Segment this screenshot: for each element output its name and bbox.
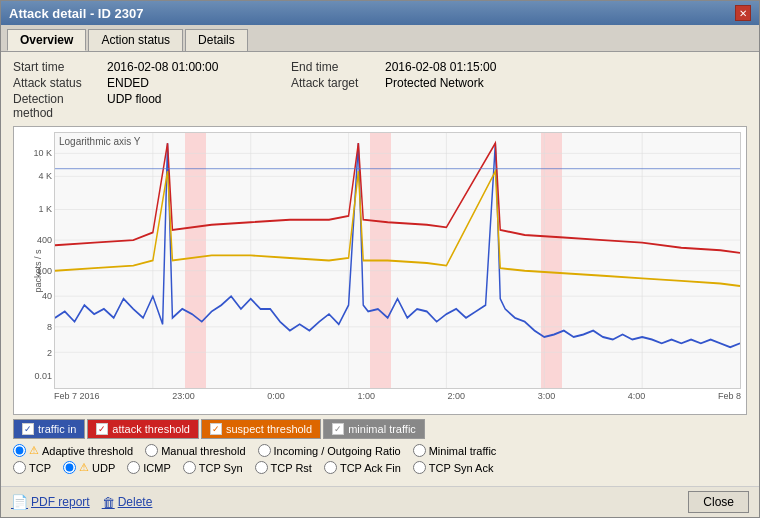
legend-check-traffic-in: ✓ xyxy=(22,423,34,435)
y-axis: 10 K 4 K 1 K 400 100 40 8 2 0.01 xyxy=(14,132,54,389)
y-tick-4k: 4 K xyxy=(38,171,52,181)
delete-icon: 🗑 xyxy=(102,495,115,510)
x-tick-6: 4:00 xyxy=(628,391,646,401)
window-close-button[interactable]: ✕ xyxy=(735,5,751,21)
radio-tcp-rst[interactable]: TCP Rst xyxy=(255,461,312,474)
legend-attack-threshold[interactable]: ✓ attack threshold xyxy=(87,419,199,439)
radio-icmp-input[interactable] xyxy=(127,461,140,474)
incoming-outgoing-label: Incoming / Outgoing Ratio xyxy=(274,445,401,457)
y-tick-400: 400 xyxy=(37,235,52,245)
start-time-value: 2016-02-08 01:00:00 xyxy=(107,60,287,74)
radio-tcp-syn-ack[interactable]: TCP Syn Ack xyxy=(413,461,494,474)
attack-status-label: Attack status xyxy=(13,76,103,90)
radio-tcp-syn-ack-input[interactable] xyxy=(413,461,426,474)
legend-suspect-threshold[interactable]: ✓ suspect threshold xyxy=(201,419,321,439)
attack-target-value: Protected Network xyxy=(385,76,585,90)
pdf-icon: 📄 xyxy=(11,494,28,510)
delete-button[interactable]: 🗑 Delete xyxy=(102,495,153,510)
x-tick-3: 1:00 xyxy=(357,391,375,401)
legend-attack-threshold-label: attack threshold xyxy=(112,423,190,435)
radio-ratio-input[interactable] xyxy=(258,444,271,457)
tcp-label: TCP xyxy=(29,462,51,474)
end-time-label: End time xyxy=(291,60,381,74)
radio-tcp-input[interactable] xyxy=(13,461,26,474)
legend-check-minimal: ✓ xyxy=(332,423,344,435)
y-tick-8: 8 xyxy=(47,322,52,332)
y-tick-100: 100 xyxy=(37,266,52,276)
attack-target-label: Attack target xyxy=(291,76,381,90)
tab-action-status[interactable]: Action status xyxy=(88,29,183,51)
bottom-bar: 📄 PDF report 🗑 Delete Close xyxy=(1,486,759,517)
y-tick-10k: 10 K xyxy=(33,148,52,158)
y-tick-40: 40 xyxy=(42,291,52,301)
udp-label: UDP xyxy=(92,462,115,474)
radio-minimal-input[interactable] xyxy=(413,444,426,457)
radio-adaptive-input[interactable] xyxy=(13,444,26,457)
legend-minimal-traffic[interactable]: ✓ minimal traffic xyxy=(323,419,425,439)
tcp-rst-label: TCP Rst xyxy=(271,462,312,474)
start-time-label: Start time xyxy=(13,60,103,74)
pdf-report-button[interactable]: 📄 PDF report xyxy=(11,494,90,510)
main-content: Start time 2016-02-08 01:00:00 End time … xyxy=(1,52,759,486)
detection-method-label: Detection method xyxy=(13,92,103,120)
radio-incoming-outgoing[interactable]: Incoming / Outgoing Ratio xyxy=(258,444,401,457)
y-tick-1k: 1 K xyxy=(38,204,52,214)
icmp-label: ICMP xyxy=(143,462,171,474)
x-tick-7: Feb 8 xyxy=(718,391,741,401)
radio-tcp-rst-input[interactable] xyxy=(255,461,268,474)
end-time-value: 2016-02-08 01:15:00 xyxy=(385,60,585,74)
x-tick-1: 23:00 xyxy=(172,391,195,401)
tab-details[interactable]: Details xyxy=(185,29,248,51)
chart-svg xyxy=(55,133,740,388)
radio-manual-input[interactable] xyxy=(145,444,158,457)
delete-label: Delete xyxy=(118,495,153,509)
radio-tcp-ack-fin[interactable]: TCP Ack Fin xyxy=(324,461,401,474)
chart-inner: Logarithmic axis Y xyxy=(54,132,741,389)
legend-traffic-in-label: traffic in xyxy=(38,423,76,435)
legend-suspect-threshold-label: suspect threshold xyxy=(226,423,312,435)
warn-icon: ⚠ xyxy=(29,444,39,457)
x-tick-2: 0:00 xyxy=(267,391,285,401)
options-row-1: ⚠ Adaptive threshold Manual threshold In… xyxy=(13,444,747,457)
info-grid: Start time 2016-02-08 01:00:00 End time … xyxy=(13,60,747,120)
x-tick-4: 2:00 xyxy=(448,391,466,401)
detection-method-value: UDP flood xyxy=(107,92,287,120)
manual-threshold-label: Manual threshold xyxy=(161,445,245,457)
legend-check-attack: ✓ xyxy=(96,423,108,435)
attack-status-value: ENDED xyxy=(107,76,287,90)
tcp-syn-label: TCP Syn xyxy=(199,462,243,474)
options-row-2: TCP ⚠ UDP ICMP TCP Syn TCP Rst TCP Ac xyxy=(13,461,747,474)
radio-tcp[interactable]: TCP xyxy=(13,461,51,474)
attack-detail-window: Attack detail - ID 2307 ✕ Overview Actio… xyxy=(0,0,760,518)
x-axis: Feb 7 2016 23:00 0:00 1:00 2:00 3:00 4:0… xyxy=(54,389,741,414)
legend-traffic-in[interactable]: ✓ traffic in xyxy=(13,419,85,439)
window-title: Attack detail - ID 2307 xyxy=(9,6,143,21)
close-button[interactable]: Close xyxy=(688,491,749,513)
x-tick-5: 3:00 xyxy=(538,391,556,401)
tab-overview[interactable]: Overview xyxy=(7,29,86,51)
radio-tcp-syn-input[interactable] xyxy=(183,461,196,474)
legend-bar: ✓ traffic in ✓ attack threshold ✓ suspec… xyxy=(13,419,747,439)
udp-warn-icon: ⚠ xyxy=(79,461,89,474)
legend-minimal-traffic-label: minimal traffic xyxy=(348,423,416,435)
radio-tcp-ack-fin-input[interactable] xyxy=(324,461,337,474)
tcp-syn-ack-label: TCP Syn Ack xyxy=(429,462,494,474)
radio-manual-threshold[interactable]: Manual threshold xyxy=(145,444,245,457)
y-tick-2: 2 xyxy=(47,348,52,358)
radio-tcp-syn[interactable]: TCP Syn xyxy=(183,461,243,474)
chart-area: packets / s 10 K 4 K 1 K 400 100 40 8 2 … xyxy=(13,126,747,415)
title-bar: Attack detail - ID 2307 ✕ xyxy=(1,1,759,25)
bottom-links: 📄 PDF report 🗑 Delete xyxy=(11,494,152,510)
radio-minimal-traffic[interactable]: Minimal traffic xyxy=(413,444,497,457)
x-tick-0: Feb 7 2016 xyxy=(54,391,100,401)
adaptive-threshold-label: Adaptive threshold xyxy=(42,445,133,457)
tcp-ack-fin-label: TCP Ack Fin xyxy=(340,462,401,474)
radio-adaptive-threshold[interactable]: ⚠ Adaptive threshold xyxy=(13,444,133,457)
y-tick-001: 0.01 xyxy=(34,371,52,381)
legend-check-suspect: ✓ xyxy=(210,423,222,435)
radio-udp[interactable]: ⚠ UDP xyxy=(63,461,115,474)
radio-icmp[interactable]: ICMP xyxy=(127,461,171,474)
log-axis-label: Logarithmic axis Y xyxy=(59,136,141,147)
minimal-traffic-radio-label: Minimal traffic xyxy=(429,445,497,457)
radio-udp-input[interactable] xyxy=(63,461,76,474)
